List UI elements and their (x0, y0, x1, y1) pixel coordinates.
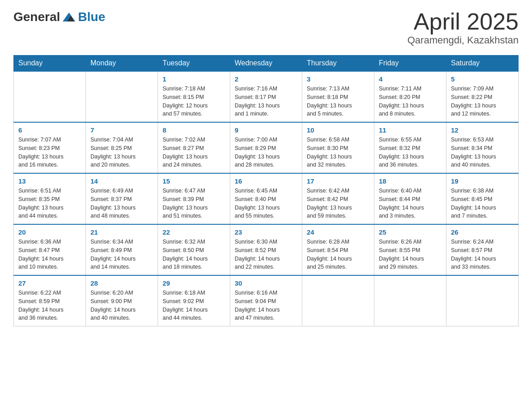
weekday-header-tuesday: Tuesday (158, 56, 230, 72)
day-number: 14 (90, 177, 153, 185)
day-cell (86, 71, 158, 122)
day-cell (302, 275, 374, 326)
day-cell: 12Sunrise: 6:53 AM Sunset: 8:34 PM Dayli… (446, 122, 519, 173)
weekday-header-monday: Monday (86, 56, 158, 72)
day-cell: 17Sunrise: 6:42 AM Sunset: 8:42 PM Dayli… (302, 173, 374, 224)
day-cell: 8Sunrise: 7:02 AM Sunset: 8:27 PM Daylig… (158, 122, 230, 173)
day-info: Sunrise: 6:22 AM Sunset: 8:59 PM Dayligh… (18, 289, 81, 322)
day-number: 17 (307, 177, 369, 185)
day-cell: 11Sunrise: 6:55 AM Sunset: 8:32 PM Dayli… (374, 122, 446, 173)
logo-icon (61, 9, 77, 25)
day-number: 23 (235, 228, 297, 236)
day-number: 25 (379, 228, 442, 236)
day-cell: 29Sunrise: 6:18 AM Sunset: 9:02 PM Dayli… (158, 275, 230, 326)
day-cell: 21Sunrise: 6:34 AM Sunset: 8:49 PM Dayli… (86, 224, 158, 275)
weekday-header-thursday: Thursday (302, 56, 374, 72)
day-info: Sunrise: 6:49 AM Sunset: 8:37 PM Dayligh… (90, 187, 153, 220)
location-title: Qaramengdi, Kazakhstan (408, 34, 519, 46)
day-info: Sunrise: 6:55 AM Sunset: 8:32 PM Dayligh… (379, 136, 442, 169)
day-number: 2 (235, 75, 297, 83)
day-info: Sunrise: 7:04 AM Sunset: 8:25 PM Dayligh… (90, 136, 153, 169)
title-block: April 2025 Qaramengdi, Kazakhstan (408, 9, 519, 46)
day-info: Sunrise: 6:30 AM Sunset: 8:52 PM Dayligh… (235, 238, 297, 271)
weekday-header-row: SundayMondayTuesdayWednesdayThursdayFrid… (14, 56, 519, 72)
day-cell (14, 71, 86, 122)
day-number: 5 (451, 75, 514, 83)
day-number: 28 (90, 279, 153, 287)
week-row-2: 6Sunrise: 7:07 AM Sunset: 8:23 PM Daylig… (14, 122, 519, 173)
day-cell: 26Sunrise: 6:24 AM Sunset: 8:57 PM Dayli… (446, 224, 519, 275)
day-number: 18 (379, 177, 442, 185)
day-number: 11 (379, 126, 442, 134)
week-row-4: 20Sunrise: 6:36 AM Sunset: 8:47 PM Dayli… (14, 224, 519, 275)
day-info: Sunrise: 7:16 AM Sunset: 8:17 PM Dayligh… (235, 85, 297, 118)
weekday-header-friday: Friday (374, 56, 446, 72)
day-info: Sunrise: 6:34 AM Sunset: 8:49 PM Dayligh… (90, 238, 153, 271)
day-number: 22 (163, 228, 225, 236)
day-info: Sunrise: 6:32 AM Sunset: 8:50 PM Dayligh… (163, 238, 225, 271)
day-cell: 13Sunrise: 6:51 AM Sunset: 8:35 PM Dayli… (14, 173, 86, 224)
day-number: 20 (18, 228, 81, 236)
day-info: Sunrise: 6:28 AM Sunset: 8:54 PM Dayligh… (307, 238, 369, 271)
day-number: 27 (18, 279, 81, 287)
day-info: Sunrise: 7:18 AM Sunset: 8:15 PM Dayligh… (163, 85, 225, 118)
day-info: Sunrise: 6:53 AM Sunset: 8:34 PM Dayligh… (451, 136, 514, 169)
day-cell: 24Sunrise: 6:28 AM Sunset: 8:54 PM Dayli… (302, 224, 374, 275)
day-cell: 25Sunrise: 6:26 AM Sunset: 8:55 PM Dayli… (374, 224, 446, 275)
day-number: 29 (163, 279, 225, 287)
day-cell: 16Sunrise: 6:45 AM Sunset: 8:40 PM Dayli… (230, 173, 302, 224)
day-info: Sunrise: 6:18 AM Sunset: 9:02 PM Dayligh… (163, 289, 225, 322)
day-cell: 7Sunrise: 7:04 AM Sunset: 8:25 PM Daylig… (86, 122, 158, 173)
day-cell (374, 275, 446, 326)
day-number: 10 (307, 126, 369, 134)
day-info: Sunrise: 7:09 AM Sunset: 8:22 PM Dayligh… (451, 85, 514, 118)
day-info: Sunrise: 7:02 AM Sunset: 8:27 PM Dayligh… (163, 136, 225, 169)
month-title: April 2025 (408, 9, 519, 34)
day-info: Sunrise: 6:38 AM Sunset: 8:45 PM Dayligh… (451, 187, 514, 220)
day-number: 21 (90, 228, 153, 236)
day-cell: 30Sunrise: 6:16 AM Sunset: 9:04 PM Dayli… (230, 275, 302, 326)
day-number: 4 (379, 75, 442, 83)
week-row-3: 13Sunrise: 6:51 AM Sunset: 8:35 PM Dayli… (14, 173, 519, 224)
weekday-header-wednesday: Wednesday (230, 56, 302, 72)
day-cell: 4Sunrise: 7:11 AM Sunset: 8:20 PM Daylig… (374, 71, 446, 122)
day-number: 19 (451, 177, 514, 185)
day-cell (446, 275, 519, 326)
day-cell: 3Sunrise: 7:13 AM Sunset: 8:18 PM Daylig… (302, 71, 374, 122)
day-cell: 20Sunrise: 6:36 AM Sunset: 8:47 PM Dayli… (14, 224, 86, 275)
day-number: 7 (90, 126, 153, 134)
day-number: 12 (451, 126, 514, 134)
day-number: 30 (235, 279, 297, 287)
day-number: 16 (235, 177, 297, 185)
calendar-table: SundayMondayTuesdayWednesdayThursdayFrid… (13, 55, 519, 326)
week-row-5: 27Sunrise: 6:22 AM Sunset: 8:59 PM Dayli… (14, 275, 519, 326)
day-number: 26 (451, 228, 514, 236)
day-info: Sunrise: 6:20 AM Sunset: 9:00 PM Dayligh… (90, 289, 153, 322)
day-info: Sunrise: 6:58 AM Sunset: 8:30 PM Dayligh… (307, 136, 369, 169)
day-info: Sunrise: 6:40 AM Sunset: 8:44 PM Dayligh… (379, 187, 442, 220)
day-number: 9 (235, 126, 297, 134)
day-info: Sunrise: 6:16 AM Sunset: 9:04 PM Dayligh… (235, 289, 297, 322)
day-cell: 19Sunrise: 6:38 AM Sunset: 8:45 PM Dayli… (446, 173, 519, 224)
day-cell: 1Sunrise: 7:18 AM Sunset: 8:15 PM Daylig… (158, 71, 230, 122)
day-number: 6 (18, 126, 81, 134)
day-info: Sunrise: 6:47 AM Sunset: 8:39 PM Dayligh… (163, 187, 225, 220)
day-cell: 22Sunrise: 6:32 AM Sunset: 8:50 PM Dayli… (158, 224, 230, 275)
day-info: Sunrise: 6:51 AM Sunset: 8:35 PM Dayligh… (18, 187, 81, 220)
day-cell: 9Sunrise: 7:00 AM Sunset: 8:29 PM Daylig… (230, 122, 302, 173)
day-cell: 10Sunrise: 6:58 AM Sunset: 8:30 PM Dayli… (302, 122, 374, 173)
day-cell: 18Sunrise: 6:40 AM Sunset: 8:44 PM Dayli… (374, 173, 446, 224)
day-cell: 15Sunrise: 6:47 AM Sunset: 8:39 PM Dayli… (158, 173, 230, 224)
day-cell: 14Sunrise: 6:49 AM Sunset: 8:37 PM Dayli… (86, 173, 158, 224)
day-info: Sunrise: 7:00 AM Sunset: 8:29 PM Dayligh… (235, 136, 297, 169)
day-info: Sunrise: 6:45 AM Sunset: 8:40 PM Dayligh… (235, 187, 297, 220)
page-header: General Blue April 2025 Qaramengdi, Kaza… (13, 9, 519, 46)
day-number: 15 (163, 177, 225, 185)
day-info: Sunrise: 6:36 AM Sunset: 8:47 PM Dayligh… (18, 238, 81, 271)
day-info: Sunrise: 6:26 AM Sunset: 8:55 PM Dayligh… (379, 238, 442, 271)
day-info: Sunrise: 7:07 AM Sunset: 8:23 PM Dayligh… (18, 136, 81, 169)
day-number: 3 (307, 75, 369, 83)
day-info: Sunrise: 7:11 AM Sunset: 8:20 PM Dayligh… (379, 85, 442, 118)
day-info: Sunrise: 6:42 AM Sunset: 8:42 PM Dayligh… (307, 187, 369, 220)
week-row-1: 1Sunrise: 7:18 AM Sunset: 8:15 PM Daylig… (14, 71, 519, 122)
